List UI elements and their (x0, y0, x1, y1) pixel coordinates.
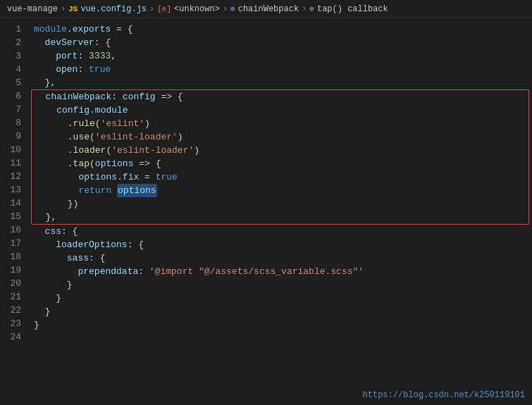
token: css (45, 225, 61, 238)
token (34, 49, 56, 63)
token: chainWebpack (46, 90, 112, 104)
breadcrumb-filename[interactable]: vue.config.js (80, 4, 147, 14)
token: ( (95, 117, 101, 130)
code-line: options.fix = true (35, 170, 526, 184)
breadcrumb-folder: vue-manage (7, 4, 58, 14)
sep4: › (302, 4, 307, 14)
token: ( (89, 157, 95, 170)
breadcrumb-sym: [e] (157, 5, 171, 13)
token: 'eslint' (101, 117, 144, 130)
code-line: .rule('eslint') (35, 117, 526, 130)
token: rule (73, 117, 95, 130)
code-line: } (34, 305, 532, 318)
token: . (67, 23, 73, 36)
token: 'eslint-loader' (111, 144, 194, 157)
token: } (34, 278, 73, 292)
token: : { (94, 36, 111, 49)
token: true (156, 170, 178, 184)
token: '@import "@/assets/scss_variable.scss"' (149, 265, 364, 278)
token: module (34, 23, 67, 36)
token: : (78, 49, 89, 63)
code-line: .loader('eslint-loader') (35, 144, 526, 157)
code-line: }, (35, 211, 526, 224)
code-line: port: 3333, (34, 49, 532, 63)
token: true (89, 63, 111, 76)
code-line: module.exports = { (34, 23, 532, 36)
token: tap (73, 157, 89, 170)
code-line: open: true (34, 63, 532, 76)
code-line: }) (35, 197, 526, 211)
token (34, 238, 56, 251)
token: => { (133, 157, 161, 170)
token: config (56, 104, 89, 117)
code-line: .use('eslint-loader') (35, 130, 526, 144)
token: loaderOptions (56, 238, 127, 251)
code-line: } (34, 292, 532, 305)
editor: 12345 678910 1112131415 1617181920 21222… (0, 18, 532, 405)
token: ( (106, 144, 111, 157)
token: exports (73, 23, 111, 36)
token-options-sel: options (117, 184, 157, 197)
breadcrumb-tap-icon: ⊕ (309, 4, 314, 13)
token: config (123, 90, 156, 104)
breadcrumb-tap: tap() callback (317, 4, 388, 14)
url-bar: https://blog.csdn.net/k250119101 (363, 389, 525, 402)
code-line: }, (34, 76, 532, 89)
code-line: } (34, 318, 532, 332)
token: . (35, 144, 73, 157)
code-line (34, 332, 532, 345)
token (34, 225, 45, 238)
token: devServer (45, 36, 94, 49)
code-line: loaderOptions: { (34, 238, 532, 251)
token: fix (123, 170, 139, 184)
breadcrumb-chain: ⊕ (230, 4, 235, 13)
token: 3333 (89, 49, 111, 63)
token (35, 184, 78, 197)
token: options (78, 170, 117, 184)
token (35, 90, 46, 104)
token: options (95, 157, 134, 170)
token (34, 265, 78, 278)
token: : { (61, 225, 78, 238)
code-area: module.exports = { devServer: { port: 33… (28, 18, 532, 405)
token: . (35, 117, 73, 130)
code-line: css: { (34, 225, 532, 238)
token: => { (156, 90, 183, 104)
token: : (111, 90, 123, 104)
breadcrumb-js: JS (68, 5, 78, 13)
code-line: } (34, 278, 532, 292)
code-line: chainWebpack: config => { (35, 90, 526, 104)
token: }, (35, 211, 56, 224)
token (34, 251, 67, 265)
token: use (73, 130, 89, 144)
token (34, 63, 56, 76)
token: ) (194, 144, 199, 157)
token (35, 170, 78, 184)
breadcrumb-bar: vue-manage › JS vue.config.js › [e] <unk… (0, 0, 532, 18)
token: loader (73, 144, 106, 157)
breadcrumb-unknown: <unknown> (174, 4, 220, 14)
token: } (34, 318, 39, 332)
token: 'eslint-loader' (95, 130, 178, 144)
token: }, (34, 76, 56, 89)
code-line: .tap(options => { (35, 157, 526, 170)
code-line: prependdata: '@import "@/assets/scss_var… (34, 265, 532, 278)
token: open (56, 63, 78, 76)
sep2: › (149, 4, 154, 14)
token: } (34, 292, 61, 305)
code-line: return options (35, 184, 526, 197)
token: ) (178, 130, 183, 144)
token (34, 36, 45, 49)
token: . (117, 170, 123, 184)
token: return (78, 184, 111, 197)
code-line: sass: { (34, 251, 532, 265)
token: module (95, 104, 128, 117)
token: : { (128, 238, 144, 251)
token: }) (35, 197, 78, 211)
sep1: › (61, 4, 66, 14)
token: , (111, 49, 116, 63)
breadcrumb-chainwebpack: chainWebpack (238, 4, 299, 14)
code-line: config.module (35, 104, 526, 117)
token: sass (67, 251, 89, 265)
token (111, 184, 117, 197)
